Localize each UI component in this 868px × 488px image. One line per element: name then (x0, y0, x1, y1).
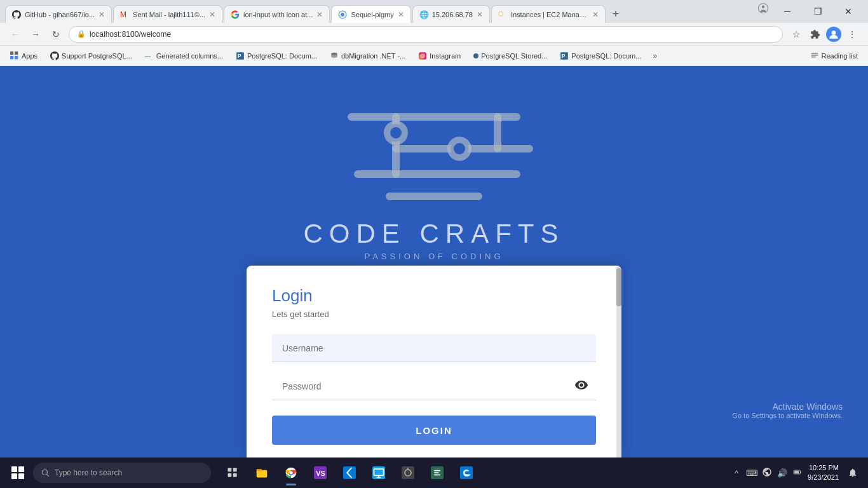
maximize-button[interactable]: ❐ (803, 0, 832, 23)
tab-google-close[interactable]: ✕ (316, 10, 323, 19)
tab-ip[interactable]: 🌐 15.206.68.78 ✕ (412, 5, 490, 23)
bookmarks-bar: Apps Support PostgreSQL... ─ Generated c… (0, 46, 868, 66)
github-bm-icon (50, 51, 59, 60)
svg-point-4 (832, 30, 836, 35)
scroll-bar[interactable] (616, 266, 621, 458)
username-input[interactable] (272, 334, 596, 362)
taskbar-edge[interactable] (452, 459, 480, 487)
new-tab-button[interactable]: + (607, 5, 625, 23)
svg-rect-8 (15, 56, 18, 59)
taskbar-app7[interactable] (394, 459, 422, 487)
login-button[interactable]: LOGIN (272, 416, 596, 445)
taskbar-task-view[interactable] (219, 459, 247, 487)
tab-ip-close[interactable]: ✕ (477, 10, 483, 19)
tab-aws-close[interactable]: ✕ (592, 10, 599, 19)
browser-content: CODE CRAFTS PASSION OF CODING Activate W… (0, 66, 868, 458)
taskbar-vscode[interactable] (336, 459, 363, 487)
profile-icon[interactable] (755, 0, 771, 17)
bookmark-dbmigration[interactable]: dbMigration .NET -... (325, 50, 410, 62)
svg-point-3 (762, 6, 765, 9)
taskbar-visual-studio[interactable]: VS (306, 459, 334, 487)
reading-list-button[interactable]: Reading list (805, 50, 863, 62)
tray-keyboard-icon[interactable]: ⌨ (745, 468, 758, 478)
url-bar[interactable]: 🔒 localhost:8100/welcome (69, 26, 783, 43)
back-button[interactable]: ← (8, 27, 23, 42)
tray-chevron-icon[interactable]: ^ (730, 468, 743, 478)
menu-button[interactable]: ⋮ (844, 26, 860, 43)
system-clock[interactable]: 10:25 PM 9/23/2021 (808, 463, 839, 483)
logo-svg (281, 85, 587, 225)
svg-rect-20 (811, 57, 815, 57)
svg-rect-5 (10, 51, 13, 55)
close-button[interactable]: ✕ (834, 0, 863, 23)
tab-gmail-close[interactable]: ✕ (209, 10, 215, 19)
bookmark-support-pg[interactable]: Support PostgreSQL... (45, 50, 137, 62)
brand-subtitle: PASSION OF CODING (364, 252, 503, 261)
minimize-button[interactable]: ─ (773, 0, 802, 23)
bookmark-pg-doc2-label: PostgreSQL: Docum... (571, 52, 641, 60)
tab-google[interactable]: ion-input with icon at... ✕ (224, 5, 330, 23)
tab-sequel-close[interactable]: ✕ (398, 10, 404, 19)
forward-button[interactable]: → (28, 27, 43, 42)
taskbar-chrome[interactable] (277, 459, 305, 487)
notification-button[interactable] (843, 463, 863, 483)
gmail-favicon-icon: M (120, 10, 129, 19)
google-favicon-icon (231, 10, 240, 19)
activate-windows-title: Activate Windows (732, 402, 843, 412)
svg-text:P: P (238, 53, 241, 58)
bookmark-pg-stored-label: PostgreSQL Stored... (481, 52, 547, 60)
title-bar: GitHub - gihan667/io... ✕ M Sent Mail - … (0, 0, 868, 23)
reload-button[interactable]: ↻ (48, 27, 64, 42)
bookmark-apps[interactable]: Apps (5, 50, 43, 62)
tab-github[interactable]: GitHub - gihan667/io... ✕ (5, 5, 112, 23)
extensions-button[interactable] (807, 26, 824, 43)
activate-windows-subtitle: Go to Settings to activate Windows. (732, 412, 843, 419)
tray-volume-icon[interactable]: 🔊 (776, 468, 789, 478)
bookmark-star-button[interactable]: ☆ (788, 26, 804, 43)
taskbar-right: ^ ⌨ 🔊 10:25 PM 9/23/2021 (730, 463, 863, 483)
tab-gmail[interactable]: M Sent Mail - lajith111©... ✕ (113, 5, 222, 23)
clock-time: 10:25 PM (808, 463, 839, 473)
start-button[interactable] (5, 460, 31, 485)
svg-rect-18 (811, 53, 818, 53)
taskbar-file-explorer[interactable] (248, 459, 276, 487)
tabs-container: GitHub - gihan667/io... ✕ M Sent Mail - … (5, 0, 752, 23)
address-bar: ← → ↻ 🔒 localhost:8100/welcome ☆ ⋮ (0, 23, 868, 46)
pg2-icon: P (560, 51, 569, 60)
password-toggle-icon[interactable] (574, 378, 588, 395)
tray-battery-icon[interactable] (791, 468, 804, 478)
windows-logo-icon (11, 466, 24, 479)
bookmark-instagram[interactable]: Instagram (413, 50, 466, 62)
svg-rect-53 (801, 471, 801, 472)
bookmark-gen-cols[interactable]: ─ Generated columns... (140, 50, 228, 62)
bookmark-pg-stored[interactable]: PostgreSQL Stored... (468, 51, 552, 61)
user-avatar[interactable] (826, 27, 841, 42)
bookmark-pg-doc1-label: PostgreSQL: Docum... (247, 52, 317, 60)
bookmark-pg-doc2[interactable]: P PostgreSQL: Docum... (555, 50, 646, 62)
bookmark-pg-doc1[interactable]: P PostgreSQL: Docum... (231, 50, 322, 62)
browser-frame: GitHub - gihan667/io... ✕ M Sent Mail - … (0, 0, 868, 488)
bookmarks-more-button[interactable]: » (649, 50, 661, 62)
tab-google-label: ion-input with icon at... (243, 11, 313, 18)
taskbar-search-label: Type here to search (55, 468, 122, 477)
svg-point-39 (290, 471, 293, 475)
tray-network-icon[interactable] (761, 467, 773, 479)
taskbar-search[interactable]: Type here to search (33, 463, 211, 483)
svg-rect-6 (15, 51, 18, 55)
taskbar-remote[interactable] (365, 459, 393, 487)
tab-sequel[interactable]: Sequel-pigmy ✕ (331, 5, 410, 23)
bookmark-dbmigration-label: dbMigration .NET -... (341, 52, 405, 60)
tab-github-close[interactable]: ✕ (98, 10, 105, 19)
login-subtitle: Lets get started (272, 309, 596, 319)
login-card: Login Lets get started LOGIN (247, 266, 621, 458)
taskbar-search-icon (41, 468, 50, 477)
taskbar-app8[interactable] (423, 459, 451, 487)
tab-aws-label: Instances | EC2 Manac... (511, 11, 588, 18)
svg-text:VS: VS (316, 470, 325, 477)
tab-aws[interactable]: ⬡ Instances | EC2 Manac... ✕ (491, 5, 606, 23)
github-favicon-icon (12, 10, 21, 19)
svg-rect-12 (419, 52, 426, 60)
logo-area: CODE CRAFTS PASSION OF CODING (281, 85, 587, 261)
password-input[interactable] (272, 372, 596, 400)
webpage: CODE CRAFTS PASSION OF CODING Activate W… (0, 66, 868, 458)
